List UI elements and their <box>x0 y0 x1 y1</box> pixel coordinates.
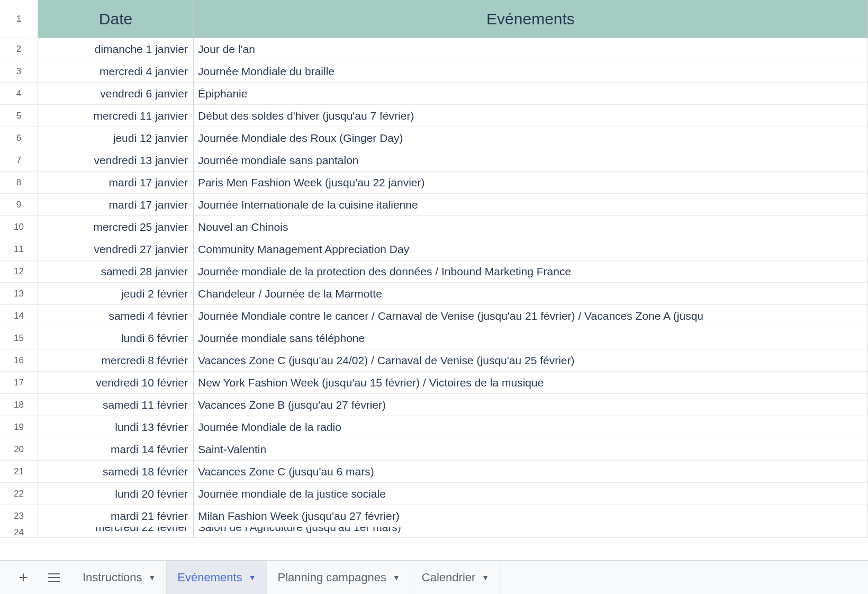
date-cell[interactable]: samedi 4 février <box>38 305 194 327</box>
event-cell[interactable]: Nouvel an Chinois <box>194 216 868 238</box>
date-cell[interactable]: lundi 20 février <box>38 483 194 505</box>
date-cell[interactable]: samedi 28 janvier <box>38 260 194 283</box>
add-sheet-button[interactable] <box>11 565 36 590</box>
date-cell[interactable]: mercredi 8 février <box>38 349 194 372</box>
event-cell[interactable]: Jour de l'an <box>194 38 868 60</box>
sheet-tab-label: Calendrier <box>422 571 476 584</box>
event-cell[interactable]: Chandeleur / Journée de la Marmotte <box>194 283 868 305</box>
event-cell[interactable]: Journée mondiale sans téléphone <box>194 327 868 349</box>
date-cell[interactable]: mercredi 11 janvier <box>38 105 194 127</box>
event-cell[interactable]: Paris Men Fashion Week (jusqu'au 22 janv… <box>194 172 868 194</box>
date-cell[interactable]: dimanche 1 janvier <box>38 38 194 60</box>
event-cell[interactable]: Journée Mondiale de la radio <box>194 416 868 438</box>
column-header-date[interactable]: Date <box>38 0 194 38</box>
plus-icon <box>19 569 28 587</box>
date-cell[interactable]: vendredi 13 janvier <box>38 149 194 172</box>
sheet-tab-instructions[interactable]: Instructions▼ <box>72 561 167 594</box>
row-number[interactable]: 3 <box>0 60 38 83</box>
chevron-down-icon[interactable]: ▼ <box>393 573 400 582</box>
row-number[interactable]: 20 <box>0 438 38 461</box>
sheet-tab-label: Instructions <box>83 571 142 584</box>
column-header-events[interactable]: Evénements <box>194 0 868 38</box>
sheet-tab-planning-campagnes[interactable]: Planning campagnes▼ <box>267 561 411 594</box>
event-cell[interactable]: Journée Mondiale des Roux (Ginger Day) <box>194 127 868 149</box>
date-cell[interactable]: lundi 13 février <box>38 416 194 438</box>
date-cell[interactable]: mardi 17 janvier <box>38 172 194 194</box>
event-cell[interactable]: Journée mondiale de la protection des do… <box>194 260 868 283</box>
date-cell[interactable]: samedi 11 février <box>38 394 194 416</box>
row-number[interactable]: 24 <box>0 527 38 538</box>
row-number[interactable]: 13 <box>0 283 38 305</box>
date-cell[interactable]: mardi 21 février <box>38 505 194 527</box>
event-cell[interactable]: Saint-Valentin <box>194 438 868 461</box>
event-cell[interactable]: Journée Mondiale du braille <box>194 60 868 83</box>
row-number[interactable]: 10 <box>0 216 38 238</box>
row-number[interactable]: 8 <box>0 172 38 194</box>
event-cell[interactable]: Journée mondiale de la justice sociale <box>194 483 868 505</box>
event-cell[interactable]: Vacances Zone C (jusqu'au 6 mars) <box>194 461 868 483</box>
row-number[interactable]: 23 <box>0 505 38 527</box>
event-cell[interactable]: Épiphanie <box>194 83 868 105</box>
event-cell[interactable]: Journée mondiale sans pantalon <box>194 149 868 172</box>
sheet-tab-calendrier[interactable]: Calendrier▼ <box>411 561 500 594</box>
event-cell[interactable]: New York Fashion Week (jusqu'au 15 févri… <box>194 372 868 394</box>
all-sheets-button[interactable] <box>41 565 67 590</box>
event-cell[interactable]: Vacances Zone B (jusqu'au 27 février) <box>194 394 868 416</box>
row-number[interactable]: 22 <box>0 483 38 505</box>
date-cell[interactable]: mercredi 25 janvier <box>38 216 194 238</box>
chevron-down-icon[interactable]: ▼ <box>249 573 256 582</box>
date-cell[interactable]: mardi 14 février <box>38 438 194 461</box>
row-number[interactable]: 12 <box>0 260 38 283</box>
row-number[interactable]: 9 <box>0 194 38 216</box>
event-cell[interactable]: Milan Fashion Week (jusqu'au 27 février) <box>194 505 868 527</box>
date-cell[interactable]: mercredi 22 février <box>38 527 194 538</box>
date-cell[interactable]: mercredi 4 janvier <box>38 60 194 83</box>
date-cell[interactable]: jeudi 12 janvier <box>38 127 194 149</box>
row-number[interactable]: 5 <box>0 105 38 127</box>
row-number[interactable]: 4 <box>0 83 38 105</box>
date-cell[interactable]: samedi 18 février <box>38 461 194 483</box>
row-number[interactable]: 17 <box>0 372 38 394</box>
date-cell[interactable]: jeudi 2 février <box>38 283 194 305</box>
row-number[interactable]: 2 <box>0 38 38 60</box>
row-number-header[interactable]: 1 <box>0 0 38 38</box>
row-number[interactable]: 16 <box>0 349 38 372</box>
row-number[interactable]: 15 <box>0 327 38 349</box>
row-number[interactable]: 6 <box>0 127 38 149</box>
row-number[interactable]: 14 <box>0 305 38 327</box>
sheet-tab-bar: Instructions▼Evénements▼Planning campagn… <box>0 560 868 594</box>
spreadsheet-area[interactable]: 1DateEvénements2dimanche 1 janvierJour d… <box>0 0 868 543</box>
event-cell[interactable]: Salon de l'Agriculture (jusqu'au 1er mar… <box>194 527 868 538</box>
sheet-tab-label: Planning campagnes <box>278 571 386 584</box>
date-cell[interactable]: mardi 17 janvier <box>38 194 194 216</box>
date-cell[interactable]: vendredi 6 janvier <box>38 83 194 105</box>
event-cell[interactable]: Community Management Appreciation Day <box>194 238 868 260</box>
row-number[interactable]: 19 <box>0 416 38 438</box>
chevron-down-icon[interactable]: ▼ <box>482 573 489 582</box>
event-cell[interactable]: Vacances Zone C (jusqu'au 24/02) / Carna… <box>194 349 868 372</box>
chevron-down-icon[interactable]: ▼ <box>149 573 156 582</box>
event-cell[interactable]: Journée Mondiale contre le cancer / Carn… <box>194 305 868 327</box>
row-number[interactable]: 18 <box>0 394 38 416</box>
sheet-tab-label: Evénements <box>177 571 242 584</box>
event-cell[interactable]: Journée Internationale de la cuisine ita… <box>194 194 868 216</box>
date-cell[interactable]: lundi 6 février <box>38 327 194 349</box>
sheet-tab-evénements[interactable]: Evénements▼ <box>167 561 267 594</box>
menu-icon <box>48 573 60 582</box>
row-number[interactable]: 11 <box>0 238 38 260</box>
event-cell[interactable]: Début des soldes d'hiver (jusqu'au 7 fév… <box>194 105 868 127</box>
date-cell[interactable]: vendredi 10 février <box>38 372 194 394</box>
row-number[interactable]: 21 <box>0 461 38 483</box>
row-number[interactable]: 7 <box>0 149 38 172</box>
date-cell[interactable]: vendredi 27 janvier <box>38 238 194 260</box>
